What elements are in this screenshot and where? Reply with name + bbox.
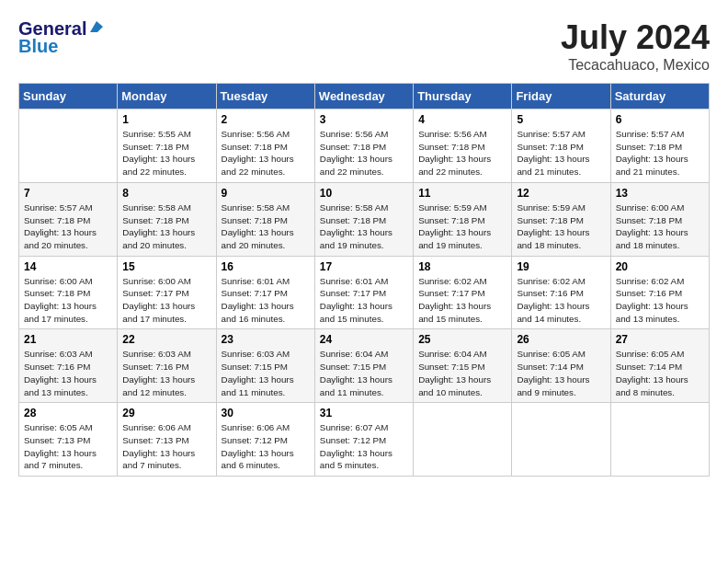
day-number: 30 [222,407,310,419]
day-number: 13 [616,187,704,200]
day-number: 25 [418,333,506,346]
calendar-cell [610,403,709,477]
day-number: 18 [418,260,506,273]
day-number: 4 [418,113,506,126]
col-sunday: Sunday [19,84,118,109]
day-number: 20 [616,260,704,273]
calendar-cell: 8Sunrise: 5:58 AM Sunset: 7:18 PM Daylig… [118,182,216,256]
day-number: 15 [122,260,210,273]
calendar-cell: 18Sunrise: 6:02 AM Sunset: 7:17 PM Dayli… [414,256,512,329]
calendar-cell: 24Sunrise: 6:04 AM Sunset: 7:15 PM Dayli… [314,329,413,403]
day-number: 16 [222,260,310,273]
header: General Blue July 2024 Tecacahuaco, Mexi… [18,18,710,74]
day-info: Sunrise: 6:02 AM Sunset: 7:17 PM Dayligh… [418,275,506,326]
calendar-cell: 31Sunrise: 6:07 AM Sunset: 7:12 PM Dayli… [314,403,413,477]
calendar-cell: 3Sunrise: 5:56 AM Sunset: 7:18 PM Daylig… [314,109,413,183]
calendar-week-5: 28Sunrise: 6:05 AM Sunset: 7:13 PM Dayli… [19,403,710,477]
calendar-cell: 17Sunrise: 6:01 AM Sunset: 7:17 PM Dayli… [314,256,413,329]
day-number: 1 [122,113,210,126]
calendar-cell: 23Sunrise: 6:03 AM Sunset: 7:15 PM Dayli… [216,329,314,403]
day-number: 31 [320,407,408,419]
logo: General Blue [18,18,105,57]
day-info: Sunrise: 5:58 AM Sunset: 7:18 PM Dayligh… [222,201,310,252]
day-number: 14 [24,260,112,273]
day-number: 24 [320,333,408,346]
day-info: Sunrise: 5:59 AM Sunset: 7:18 PM Dayligh… [517,201,605,252]
day-info: Sunrise: 5:57 AM Sunset: 7:18 PM Dayligh… [24,201,112,252]
calendar-cell: 13Sunrise: 6:00 AM Sunset: 7:18 PM Dayli… [610,182,709,256]
day-info: Sunrise: 6:05 AM Sunset: 7:14 PM Dayligh… [616,348,704,398]
calendar-table: Sunday Monday Tuesday Wednesday Thursday… [18,83,710,477]
month-title: July 2024 [561,18,710,57]
calendar-cell: 9Sunrise: 5:58 AM Sunset: 7:18 PM Daylig… [216,182,314,256]
calendar-cell: 22Sunrise: 6:03 AM Sunset: 7:16 PM Dayli… [118,329,216,403]
day-info: Sunrise: 6:03 AM Sunset: 7:15 PM Dayligh… [222,348,310,398]
calendar-cell: 4Sunrise: 5:56 AM Sunset: 7:18 PM Daylig… [414,109,512,183]
col-tuesday: Tuesday [216,84,314,109]
day-number: 19 [517,260,605,273]
day-number: 27 [616,333,704,346]
calendar-cell: 7Sunrise: 5:57 AM Sunset: 7:18 PM Daylig… [19,182,118,256]
calendar-cell: 11Sunrise: 5:59 AM Sunset: 7:18 PM Dayli… [414,182,512,256]
day-number: 21 [24,333,112,346]
logo-icon [88,19,105,36]
calendar-week-1: 1Sunrise: 5:55 AM Sunset: 7:18 PM Daylig… [19,109,710,183]
calendar-header-row: Sunday Monday Tuesday Wednesday Thursday… [19,84,710,109]
day-info: Sunrise: 5:56 AM Sunset: 7:18 PM Dayligh… [222,128,310,178]
day-number: 12 [517,187,605,200]
day-info: Sunrise: 6:02 AM Sunset: 7:16 PM Dayligh… [616,275,704,326]
svg-marker-0 [90,21,103,32]
day-number: 2 [222,113,310,126]
day-info: Sunrise: 6:06 AM Sunset: 7:13 PM Dayligh… [122,421,210,472]
title-section: July 2024 Tecacahuaco, Mexico [561,18,710,74]
calendar-cell: 29Sunrise: 6:06 AM Sunset: 7:13 PM Dayli… [118,403,216,477]
calendar-cell [512,403,610,477]
col-wednesday: Wednesday [314,84,413,109]
calendar-cell: 12Sunrise: 5:59 AM Sunset: 7:18 PM Dayli… [512,182,610,256]
day-info: Sunrise: 5:58 AM Sunset: 7:18 PM Dayligh… [320,201,408,252]
day-info: Sunrise: 5:56 AM Sunset: 7:18 PM Dayligh… [418,128,506,178]
day-info: Sunrise: 6:03 AM Sunset: 7:16 PM Dayligh… [122,348,210,398]
day-number: 29 [122,407,210,419]
calendar-page: General Blue July 2024 Tecacahuaco, Mexi… [0,0,728,563]
day-info: Sunrise: 5:57 AM Sunset: 7:18 PM Dayligh… [517,128,605,178]
day-info: Sunrise: 5:57 AM Sunset: 7:18 PM Dayligh… [616,128,704,178]
day-number: 28 [24,407,112,419]
calendar-cell [414,403,512,477]
calendar-cell: 27Sunrise: 6:05 AM Sunset: 7:14 PM Dayli… [610,329,709,403]
col-friday: Friday [512,84,610,109]
day-number: 7 [24,187,112,200]
calendar-cell [19,109,118,183]
calendar-cell: 21Sunrise: 6:03 AM Sunset: 7:16 PM Dayli… [19,329,118,403]
day-number: 11 [418,187,506,200]
day-number: 9 [222,187,310,200]
day-info: Sunrise: 6:00 AM Sunset: 7:18 PM Dayligh… [24,275,112,326]
calendar-cell: 2Sunrise: 5:56 AM Sunset: 7:18 PM Daylig… [216,109,314,183]
day-info: Sunrise: 6:00 AM Sunset: 7:17 PM Dayligh… [122,275,210,326]
col-saturday: Saturday [610,84,709,109]
day-info: Sunrise: 6:06 AM Sunset: 7:12 PM Dayligh… [222,421,310,472]
day-number: 5 [517,113,605,126]
day-number: 23 [222,333,310,346]
day-number: 6 [616,113,704,126]
day-info: Sunrise: 5:56 AM Sunset: 7:18 PM Dayligh… [320,128,408,178]
col-thursday: Thursday [414,84,512,109]
day-info: Sunrise: 6:05 AM Sunset: 7:14 PM Dayligh… [517,348,605,398]
day-info: Sunrise: 6:01 AM Sunset: 7:17 PM Dayligh… [320,275,408,326]
day-info: Sunrise: 6:00 AM Sunset: 7:18 PM Dayligh… [616,201,704,252]
calendar-cell: 15Sunrise: 6:00 AM Sunset: 7:17 PM Dayli… [118,256,216,329]
day-number: 17 [320,260,408,273]
day-info: Sunrise: 6:05 AM Sunset: 7:13 PM Dayligh… [24,421,112,472]
location: Tecacahuaco, Mexico [561,57,710,74]
day-number: 26 [517,333,605,346]
day-info: Sunrise: 6:01 AM Sunset: 7:17 PM Dayligh… [222,275,310,326]
calendar-cell: 28Sunrise: 6:05 AM Sunset: 7:13 PM Dayli… [19,403,118,477]
calendar-cell: 10Sunrise: 5:58 AM Sunset: 7:18 PM Dayli… [314,182,413,256]
calendar-week-3: 14Sunrise: 6:00 AM Sunset: 7:18 PM Dayli… [19,256,710,329]
calendar-cell: 26Sunrise: 6:05 AM Sunset: 7:14 PM Dayli… [512,329,610,403]
day-info: Sunrise: 5:55 AM Sunset: 7:18 PM Dayligh… [122,128,210,178]
day-info: Sunrise: 6:04 AM Sunset: 7:15 PM Dayligh… [320,348,408,398]
calendar-cell: 5Sunrise: 5:57 AM Sunset: 7:18 PM Daylig… [512,109,610,183]
col-monday: Monday [118,84,216,109]
calendar-week-2: 7Sunrise: 5:57 AM Sunset: 7:18 PM Daylig… [19,182,710,256]
